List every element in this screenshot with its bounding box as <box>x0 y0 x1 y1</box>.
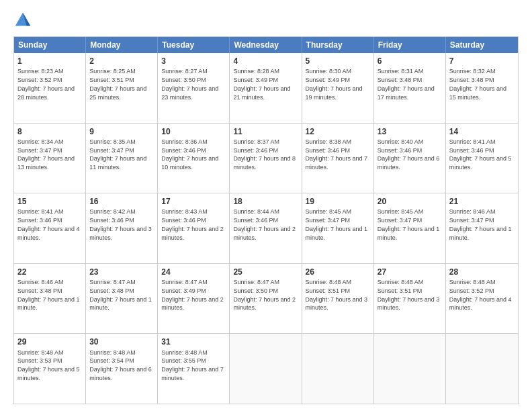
weekday-header-friday: Friday <box>374 37 446 53</box>
day-cell-7: 7 Sunrise: 8:32 AMSunset: 3:48 PMDayligh… <box>446 53 518 123</box>
day-info: Sunrise: 8:46 AMSunset: 3:47 PMDaylight:… <box>449 208 512 240</box>
day-info: Sunrise: 8:48 AMSunset: 3:52 PMDaylight:… <box>449 279 512 311</box>
day-cell-28: 28 Sunrise: 8:48 AMSunset: 3:52 PMDaylig… <box>446 264 518 334</box>
day-number: 17 <box>161 196 226 207</box>
day-number: 31 <box>161 336 226 347</box>
day-cell-8: 8 Sunrise: 8:34 AMSunset: 3:47 PMDayligh… <box>14 124 86 193</box>
header <box>13 11 519 30</box>
day-number: 18 <box>233 196 298 207</box>
page: SundayMondayTuesdayWednesdayThursdayFrid… <box>0 0 532 411</box>
empty-cell <box>374 334 446 404</box>
day-info: Sunrise: 8:48 AMSunset: 3:55 PMDaylight:… <box>161 349 224 381</box>
day-cell-5: 5 Sunrise: 8:30 AMSunset: 3:49 PMDayligh… <box>302 53 374 123</box>
day-info: Sunrise: 8:42 AMSunset: 3:46 PMDaylight:… <box>89 208 152 240</box>
day-number: 22 <box>17 267 82 277</box>
day-info: Sunrise: 8:48 AMSunset: 3:53 PMDaylight:… <box>17 349 80 381</box>
day-cell-19: 19 Sunrise: 8:45 AMSunset: 3:47 PMDaylig… <box>302 193 374 263</box>
day-number: 24 <box>161 267 226 277</box>
day-number: 6 <box>378 56 442 66</box>
day-number: 4 <box>233 56 298 66</box>
day-cell-1: 1 Sunrise: 8:23 AMSunset: 3:52 PMDayligh… <box>14 53 86 123</box>
calendar-row-3: 15 Sunrise: 8:41 AMSunset: 3:46 PMDaylig… <box>14 193 518 263</box>
day-cell-30: 30 Sunrise: 8:48 AMSunset: 3:54 PMDaylig… <box>86 334 158 404</box>
empty-cell <box>446 334 518 404</box>
day-number: 5 <box>306 56 370 66</box>
day-number: 23 <box>89 267 154 277</box>
day-info: Sunrise: 8:45 AMSunset: 3:47 PMDaylight:… <box>306 208 368 240</box>
day-info: Sunrise: 8:47 AMSunset: 3:48 PMDaylight:… <box>89 279 152 311</box>
day-cell-21: 21 Sunrise: 8:46 AMSunset: 3:47 PMDaylig… <box>446 193 518 263</box>
day-info: Sunrise: 8:46 AMSunset: 3:48 PMDaylight:… <box>17 279 80 311</box>
day-number: 26 <box>306 267 370 277</box>
day-info: Sunrise: 8:47 AMSunset: 3:50 PMDaylight:… <box>233 279 296 311</box>
day-number: 16 <box>89 196 154 207</box>
day-info: Sunrise: 8:41 AMSunset: 3:46 PMDaylight:… <box>17 208 80 240</box>
day-info: Sunrise: 8:35 AMSunset: 3:47 PMDaylight:… <box>89 138 146 171</box>
day-cell-26: 26 Sunrise: 8:48 AMSunset: 3:51 PMDaylig… <box>302 264 374 334</box>
day-number: 14 <box>449 126 515 137</box>
weekday-header-thursday: Thursday <box>302 37 374 53</box>
day-number: 30 <box>89 336 154 347</box>
day-cell-14: 14 Sunrise: 8:41 AMSunset: 3:46 PMDaylig… <box>446 124 518 193</box>
day-cell-18: 18 Sunrise: 8:44 AMSunset: 3:46 PMDaylig… <box>230 193 302 263</box>
calendar-row-1: 1 Sunrise: 8:23 AMSunset: 3:52 PMDayligh… <box>14 53 518 123</box>
day-number: 2 <box>89 56 154 66</box>
day-cell-22: 22 Sunrise: 8:46 AMSunset: 3:48 PMDaylig… <box>14 264 86 334</box>
day-info: Sunrise: 8:36 AMSunset: 3:46 PMDaylight:… <box>161 138 218 171</box>
day-cell-4: 4 Sunrise: 8:28 AMSunset: 3:49 PMDayligh… <box>230 53 302 123</box>
calendar-row-4: 22 Sunrise: 8:46 AMSunset: 3:48 PMDaylig… <box>14 263 518 334</box>
day-info: Sunrise: 8:38 AMSunset: 3:46 PMDaylight:… <box>306 138 368 171</box>
day-cell-6: 6 Sunrise: 8:31 AMSunset: 3:48 PMDayligh… <box>374 53 446 123</box>
calendar-body: 1 Sunrise: 8:23 AMSunset: 3:52 PMDayligh… <box>14 53 518 404</box>
empty-cell <box>302 334 374 404</box>
day-cell-20: 20 Sunrise: 8:45 AMSunset: 3:47 PMDaylig… <box>374 193 446 263</box>
day-cell-27: 27 Sunrise: 8:48 AMSunset: 3:51 PMDaylig… <box>374 264 446 334</box>
day-number: 10 <box>161 126 226 137</box>
day-info: Sunrise: 8:48 AMSunset: 3:54 PMDaylight:… <box>89 349 152 381</box>
calendar-header: SundayMondayTuesdayWednesdayThursdayFrid… <box>14 37 518 53</box>
weekday-header-monday: Monday <box>86 37 158 53</box>
day-info: Sunrise: 8:45 AMSunset: 3:47 PMDaylight:… <box>378 208 440 240</box>
day-info: Sunrise: 8:23 AMSunset: 3:52 PMDaylight:… <box>17 68 75 100</box>
day-number: 19 <box>306 196 370 207</box>
day-info: Sunrise: 8:41 AMSunset: 3:46 PMDaylight:… <box>449 138 512 171</box>
day-cell-9: 9 Sunrise: 8:35 AMSunset: 3:47 PMDayligh… <box>86 124 158 193</box>
day-number: 27 <box>378 267 442 277</box>
weekday-header-wednesday: Wednesday <box>230 37 302 53</box>
day-cell-12: 12 Sunrise: 8:38 AMSunset: 3:46 PMDaylig… <box>302 124 374 193</box>
day-cell-3: 3 Sunrise: 8:27 AMSunset: 3:50 PMDayligh… <box>158 53 230 123</box>
day-info: Sunrise: 8:40 AMSunset: 3:46 PMDaylight:… <box>378 138 440 171</box>
day-info: Sunrise: 8:32 AMSunset: 3:48 PMDaylight:… <box>449 68 506 100</box>
day-cell-15: 15 Sunrise: 8:41 AMSunset: 3:46 PMDaylig… <box>14 193 86 263</box>
day-number: 25 <box>233 267 298 277</box>
calendar: SundayMondayTuesdayWednesdayThursdayFrid… <box>13 36 519 404</box>
day-number: 12 <box>306 126 370 137</box>
day-number: 15 <box>17 196 82 207</box>
calendar-row-5: 29 Sunrise: 8:48 AMSunset: 3:53 PMDaylig… <box>14 333 518 404</box>
day-info: Sunrise: 8:27 AMSunset: 3:50 PMDaylight:… <box>161 68 218 100</box>
day-info: Sunrise: 8:44 AMSunset: 3:46 PMDaylight:… <box>233 208 296 240</box>
day-number: 1 <box>17 56 82 66</box>
day-info: Sunrise: 8:30 AMSunset: 3:49 PMDaylight:… <box>306 68 363 100</box>
day-info: Sunrise: 8:48 AMSunset: 3:51 PMDaylight:… <box>378 279 440 311</box>
day-number: 9 <box>89 126 154 137</box>
day-info: Sunrise: 8:31 AMSunset: 3:48 PMDaylight:… <box>378 68 435 100</box>
day-info: Sunrise: 8:37 AMSunset: 3:46 PMDaylight:… <box>233 138 296 171</box>
day-number: 13 <box>378 126 442 137</box>
logo-icon <box>13 11 32 30</box>
calendar-row-2: 8 Sunrise: 8:34 AMSunset: 3:47 PMDayligh… <box>14 123 518 193</box>
day-cell-11: 11 Sunrise: 8:37 AMSunset: 3:46 PMDaylig… <box>230 124 302 193</box>
day-info: Sunrise: 8:25 AMSunset: 3:51 PMDaylight:… <box>89 68 146 100</box>
day-number: 29 <box>17 336 82 347</box>
day-info: Sunrise: 8:47 AMSunset: 3:49 PMDaylight:… <box>161 279 224 311</box>
day-cell-10: 10 Sunrise: 8:36 AMSunset: 3:46 PMDaylig… <box>158 124 230 193</box>
day-info: Sunrise: 8:28 AMSunset: 3:49 PMDaylight:… <box>233 68 290 100</box>
day-cell-16: 16 Sunrise: 8:42 AMSunset: 3:46 PMDaylig… <box>86 193 158 263</box>
day-info: Sunrise: 8:43 AMSunset: 3:46 PMDaylight:… <box>161 208 224 240</box>
logo <box>13 11 35 30</box>
day-number: 21 <box>449 196 515 207</box>
day-cell-31: 31 Sunrise: 8:48 AMSunset: 3:55 PMDaylig… <box>158 334 230 404</box>
day-cell-2: 2 Sunrise: 8:25 AMSunset: 3:51 PMDayligh… <box>86 53 158 123</box>
day-cell-24: 24 Sunrise: 8:47 AMSunset: 3:49 PMDaylig… <box>158 264 230 334</box>
day-number: 8 <box>17 126 82 137</box>
